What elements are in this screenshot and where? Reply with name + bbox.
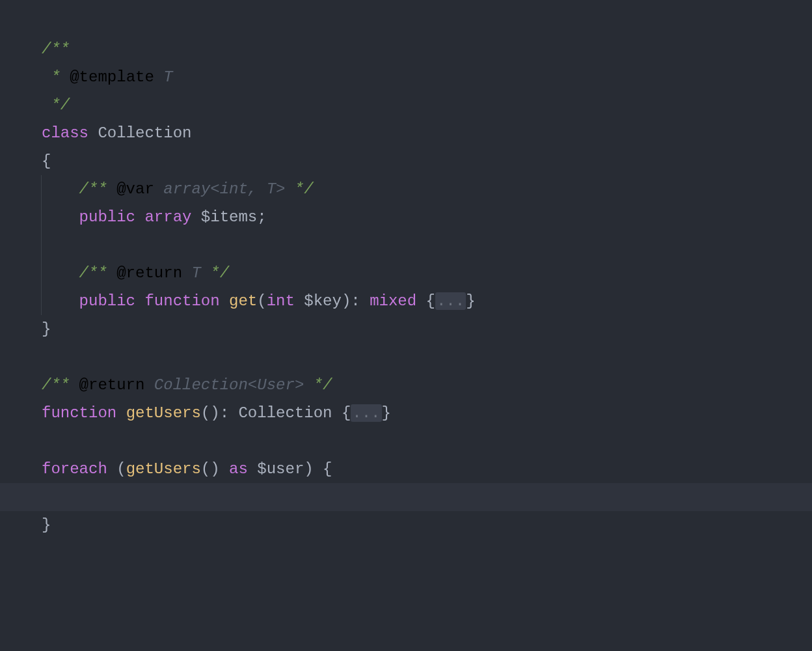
indent-guide bbox=[41, 259, 79, 287]
token-doc-delim: /** bbox=[42, 40, 70, 58]
code-line[interactable] bbox=[42, 427, 812, 455]
token-punc: } bbox=[382, 404, 391, 422]
token-keyword: function bbox=[42, 404, 116, 422]
token-doc-delim: /** bbox=[79, 264, 117, 282]
token-punc: ( bbox=[257, 292, 266, 310]
token-plain bbox=[88, 124, 98, 142]
token-doc-type: Collection<User> bbox=[144, 376, 304, 394]
token-var: $user bbox=[257, 460, 304, 478]
token-punc: { bbox=[42, 152, 51, 170]
token-func: getUsers bbox=[126, 460, 201, 478]
token-keyword: as bbox=[229, 460, 248, 478]
code-line[interactable]: public function get(int $key): mixed {..… bbox=[42, 287, 812, 315]
token-keyword: function bbox=[144, 292, 219, 310]
code-line[interactable]: */ bbox=[42, 91, 812, 119]
token-plain bbox=[107, 460, 116, 478]
token-keyword: public bbox=[79, 208, 135, 226]
token-punc: ; bbox=[257, 208, 266, 226]
token-doc-delim: /** bbox=[42, 376, 79, 394]
token-doc-star: * bbox=[42, 68, 70, 86]
indent-guide bbox=[41, 203, 79, 231]
code-area[interactable]: /** * @template T */class Collection{ /*… bbox=[0, 0, 812, 539]
token-doc-tag: @var bbox=[116, 180, 154, 198]
token-doc-type: T bbox=[182, 264, 201, 282]
token-keyword: public bbox=[79, 292, 135, 310]
token-doc-tag: @template bbox=[70, 68, 154, 86]
token-punc: { bbox=[342, 404, 351, 422]
token-punc: } bbox=[42, 320, 51, 338]
indent-guide bbox=[41, 175, 79, 203]
token-plain bbox=[116, 404, 126, 422]
token-doc-type: array<int, T> bbox=[154, 180, 286, 198]
token-classname: Collection bbox=[98, 124, 191, 142]
token-plain bbox=[416, 292, 426, 310]
code-line[interactable]: /** @var array<int, T> */ bbox=[42, 175, 812, 203]
code-line[interactable]: * @template T bbox=[42, 63, 812, 91]
token-doc-delim: */ bbox=[42, 96, 70, 114]
token-punc: ) { bbox=[304, 460, 332, 478]
code-line[interactable] bbox=[42, 483, 812, 511]
token-func: get bbox=[229, 292, 257, 310]
token-func: getUsers bbox=[126, 404, 201, 422]
code-line[interactable] bbox=[42, 231, 812, 259]
token-doc-tag: @return bbox=[116, 264, 182, 282]
token-keyword: array bbox=[144, 208, 191, 226]
token-punc: } bbox=[42, 516, 51, 534]
indent-guide bbox=[41, 287, 79, 315]
code-line[interactable] bbox=[42, 343, 812, 371]
token-plain bbox=[295, 292, 304, 310]
token-keyword: mixed bbox=[370, 292, 416, 310]
token-plain bbox=[135, 208, 144, 226]
token-punc: (): bbox=[201, 404, 239, 422]
token-punc: () bbox=[201, 460, 229, 478]
code-line[interactable]: { bbox=[42, 147, 812, 175]
token-doc-tag: @return bbox=[79, 376, 145, 394]
token-keyword: foreach bbox=[42, 460, 107, 478]
token-var: $items bbox=[201, 208, 257, 226]
token-plain bbox=[332, 404, 341, 422]
token-plain bbox=[135, 292, 144, 310]
token-doc-delim: */ bbox=[304, 376, 332, 394]
code-fold-indicator[interactable]: ... bbox=[435, 292, 466, 310]
token-keyword: class bbox=[42, 124, 88, 142]
code-line[interactable]: /** @return T */ bbox=[42, 259, 812, 287]
token-doc-delim: */ bbox=[201, 264, 229, 282]
token-keyword: int bbox=[267, 292, 295, 310]
code-fold-indicator[interactable]: ... bbox=[351, 404, 381, 422]
token-doc-type: T bbox=[154, 68, 173, 86]
code-line[interactable]: } bbox=[42, 315, 812, 343]
code-line[interactable]: foreach (getUsers() as $user) { bbox=[42, 455, 812, 483]
token-plain bbox=[220, 292, 229, 310]
token-punc: ): bbox=[342, 292, 370, 310]
token-punc: ( bbox=[116, 460, 126, 478]
code-line[interactable]: class Collection bbox=[42, 119, 812, 147]
token-punc: } bbox=[466, 292, 475, 310]
token-doc-delim: */ bbox=[285, 180, 313, 198]
indent-guide bbox=[41, 231, 79, 259]
token-doc-delim: /** bbox=[79, 180, 117, 198]
token-var: $key bbox=[304, 292, 342, 310]
code-line[interactable]: } bbox=[42, 511, 812, 539]
code-line[interactable]: /** @return Collection<User> */ bbox=[42, 371, 812, 399]
token-punc: { bbox=[426, 292, 435, 310]
code-line[interactable]: public array $items; bbox=[42, 203, 812, 231]
token-plain bbox=[191, 208, 200, 226]
token-plain bbox=[248, 460, 257, 478]
token-classuse: Collection bbox=[238, 404, 332, 422]
code-editor[interactable]: /** * @template T */class Collection{ /*… bbox=[0, 0, 812, 651]
code-line[interactable]: function getUsers(): Collection {...} bbox=[42, 399, 812, 427]
code-line[interactable]: /** bbox=[42, 35, 812, 63]
